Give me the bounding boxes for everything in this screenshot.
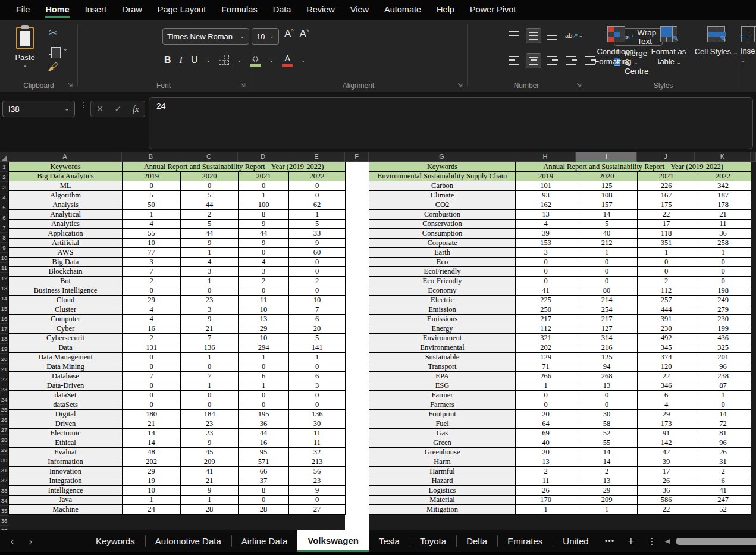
format-as-table-button[interactable]: ✎ Format as Table ⌄ (643, 26, 694, 68)
value-cell[interactable]: 72 (695, 419, 751, 429)
column-header-g[interactable]: G (369, 152, 515, 162)
value-cell[interactable]: 1 (181, 496, 239, 505)
value-cell[interactable]: 55 (123, 229, 181, 239)
value-cell[interactable]: 26 (638, 476, 695, 486)
value-cell[interactable]: 184 (181, 410, 239, 419)
menu-item-view[interactable]: View (343, 1, 377, 19)
value-cell[interactable]: 14 (695, 410, 751, 419)
value-cell[interactable]: 7 (289, 305, 346, 315)
value-cell[interactable]: 5 (181, 191, 239, 200)
keyword-cell[interactable]: Data-Driven (9, 381, 123, 391)
value-cell[interactable]: 2 (695, 467, 751, 476)
copy-button[interactable] (45, 42, 61, 57)
value-cell[interactable]: 5 (181, 220, 239, 229)
value-cell[interactable]: 5 (123, 191, 181, 200)
value-cell[interactable]: 0 (123, 286, 181, 296)
keyword-cell[interactable]: Digital (9, 410, 123, 419)
value-cell[interactable]: 44 (239, 229, 289, 239)
menu-item-formulas[interactable]: Formulas (214, 1, 265, 19)
keyword-cell[interactable]: Evaluat (9, 448, 123, 457)
underline-button[interactable]: U (191, 55, 198, 65)
value-cell[interactable]: 3 (516, 248, 576, 258)
keyword-cell[interactable]: Big Data (9, 258, 123, 267)
keyword-cell[interactable]: Information (9, 457, 123, 467)
keyword-cell[interactable]: Ethical (9, 438, 123, 448)
row-header-12[interactable]: 12 (0, 273, 8, 283)
value-cell[interactable]: 22 (638, 210, 695, 220)
menu-item-power-pivot[interactable]: Power Pivot (462, 1, 523, 19)
value-cell[interactable]: 8 (239, 486, 289, 496)
value-cell[interactable]: 10 (289, 296, 346, 305)
row-header-28[interactable]: 28 (0, 435, 8, 445)
value-cell[interactable]: 187 (695, 191, 751, 200)
value-cell[interactable]: 175 (638, 200, 695, 210)
value-cell[interactable]: 4 (123, 305, 181, 315)
value-cell[interactable]: 1 (239, 381, 289, 391)
year-header-cell[interactable]: 2020 (576, 172, 638, 181)
value-cell[interactable]: 0 (638, 267, 695, 277)
value-cell[interactable]: 20 (516, 410, 576, 419)
value-cell[interactable]: 0 (289, 496, 346, 505)
value-cell[interactable]: 141 (289, 343, 346, 353)
value-cell[interactable]: 0 (239, 391, 289, 400)
value-cell[interactable]: 4 (516, 220, 576, 229)
value-cell[interactable]: 167 (638, 191, 695, 200)
menu-item-data[interactable]: Data (265, 1, 299, 19)
value-cell[interactable]: 42 (638, 448, 695, 457)
row-header-18[interactable]: 18 (0, 334, 8, 344)
value-cell[interactable]: 31 (695, 457, 751, 467)
keyword-cell[interactable]: Artificial (9, 239, 123, 248)
value-cell[interactable]: 96 (695, 438, 751, 448)
value-cell[interactable]: 14 (123, 429, 181, 438)
sheet-tab-volkswagen[interactable]: Volkswagen (297, 530, 369, 552)
value-cell[interactable]: 7 (123, 372, 181, 381)
keyword-cell[interactable]: Gas (369, 429, 516, 438)
empty-column-f[interactable] (345, 162, 369, 530)
insert-button-partial[interactable]: ⇐ Inse⌄ (741, 26, 756, 64)
value-cell[interactable]: 13 (239, 315, 289, 324)
value-cell[interactable]: 87 (695, 381, 751, 391)
borders-chevron-icon[interactable]: ⌄ (237, 57, 242, 63)
value-cell[interactable]: 0 (123, 362, 181, 372)
value-cell[interactable]: 10 (239, 305, 289, 315)
font-dialog-launcher[interactable]: ⇲ (240, 83, 247, 90)
keyword-cell[interactable]: Cyber (9, 324, 123, 334)
clipboard-dialog-launcher[interactable]: ⇲ (68, 83, 75, 90)
value-cell[interactable]: 7 (123, 267, 181, 277)
value-cell[interactable]: 257 (638, 296, 695, 305)
keyword-cell[interactable]: Bot (9, 277, 123, 286)
value-cell[interactable]: 131 (123, 343, 181, 353)
value-cell[interactable]: 294 (239, 343, 289, 353)
keyword-cell[interactable]: Eco (369, 258, 516, 267)
keyword-cell[interactable]: Footprint (369, 410, 516, 419)
alignment-dialog-launcher[interactable]: ⇲ (457, 83, 465, 90)
value-cell[interactable]: 108 (576, 191, 638, 200)
value-cell[interactable]: 5 (289, 220, 346, 229)
value-cell[interactable]: 3 (123, 258, 181, 267)
value-cell[interactable]: 0 (695, 258, 751, 267)
value-cell[interactable]: 41 (181, 467, 239, 476)
value-cell[interactable]: 7 (181, 334, 239, 343)
insert-function-icon[interactable]: fx (133, 104, 139, 114)
value-cell[interactable]: 22 (638, 372, 695, 381)
value-cell[interactable]: 95 (239, 448, 289, 457)
row-header-24[interactable]: 24 (0, 394, 8, 405)
row-header-11[interactable]: 11 (0, 263, 8, 273)
value-cell[interactable]: 36 (638, 486, 695, 496)
value-cell[interactable]: 0 (181, 181, 239, 191)
column-header-b[interactable]: B (122, 152, 180, 162)
value-cell[interactable]: 436 (695, 334, 751, 343)
keyword-cell[interactable]: Logistics (369, 486, 516, 496)
more-tabs-icon[interactable]: ••• (605, 537, 615, 545)
value-cell[interactable]: 266 (516, 372, 576, 381)
value-cell[interactable]: 20 (516, 448, 576, 457)
value-cell[interactable]: 64 (516, 419, 576, 429)
value-cell[interactable]: 238 (695, 372, 751, 381)
value-cell[interactable]: 1 (516, 381, 576, 391)
value-cell[interactable]: 0 (239, 248, 289, 258)
value-cell[interactable]: 0 (123, 381, 181, 391)
column-header-k[interactable]: K (695, 152, 751, 162)
menu-item-review[interactable]: Review (299, 1, 343, 19)
value-cell[interactable]: 0 (289, 286, 346, 296)
cancel-icon[interactable]: ✕ (96, 104, 103, 114)
